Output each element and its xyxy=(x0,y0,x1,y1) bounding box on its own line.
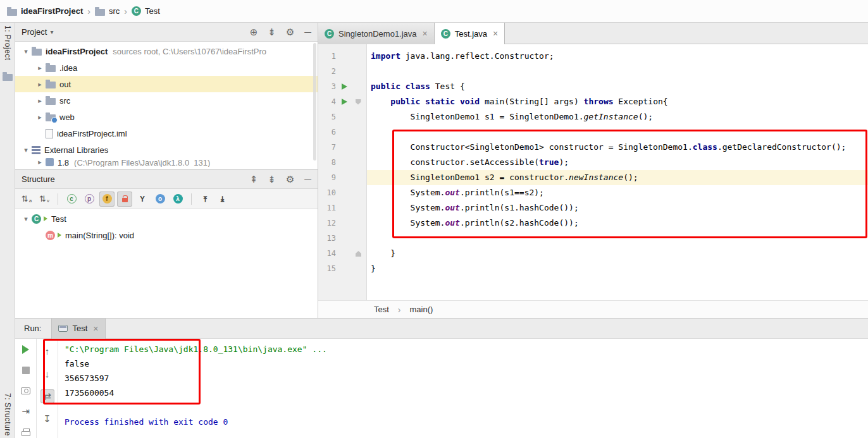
show-classes-button[interactable]: c xyxy=(64,192,79,207)
show-properties-button[interactable]: p xyxy=(82,192,97,207)
project-item-idea[interactable]: ▸.idea xyxy=(15,59,318,76)
breadcrumb-item-test[interactable]: CTest xyxy=(130,5,162,17)
project-tool-icon[interactable] xyxy=(3,74,13,81)
settings-icon[interactable]: ⚙ xyxy=(286,27,294,38)
breadcrumb-label: ideaFirstProject xyxy=(21,6,83,16)
fold-up-icon[interactable] xyxy=(356,251,361,257)
chevron-right-icon[interactable]: ▸ xyxy=(34,158,46,166)
prev-occurrence-button[interactable]: ↑ xyxy=(40,344,54,358)
structure-item-test[interactable]: ▾CTest xyxy=(15,210,318,227)
code-line-2[interactable] xyxy=(367,64,868,79)
show-properties-icon: p xyxy=(85,194,94,204)
run-tab-test[interactable]: Test × xyxy=(51,319,105,339)
hide-icon[interactable]: ─ xyxy=(304,174,311,185)
class-icon: C xyxy=(132,6,141,16)
stripe-project-button[interactable]: 1: Project xyxy=(0,25,15,61)
project-item-external-libraries[interactable]: ▾External Libraries xyxy=(15,142,318,158)
code-line-1[interactable]: import java.lang.reflect.Constructor; xyxy=(367,49,868,64)
run-line-icon[interactable] xyxy=(342,83,347,90)
chevron-down-icon[interactable]: ▾ xyxy=(20,215,32,223)
code-token: public static void xyxy=(390,97,480,106)
run-line-icon[interactable] xyxy=(342,99,347,105)
line-number: 7 xyxy=(318,143,336,152)
code-line-7[interactable]: Constructor<SingletonDemo1> constructor … xyxy=(367,140,868,155)
project-item-ideafirstproject[interactable]: ▾ideaFirstProjectsources root, C:\Users\… xyxy=(15,43,318,59)
chevron-down-icon[interactable]: ▾ xyxy=(20,146,32,154)
thread-dump-button[interactable] xyxy=(19,385,33,397)
sort-alphabetically-button[interactable]: ⇅a xyxy=(19,192,34,207)
show-fields-button[interactable]: f xyxy=(99,192,115,207)
chevron-down-icon[interactable]: ▾ xyxy=(50,28,53,35)
show-lambdas-button[interactable]: λ xyxy=(170,192,185,207)
stopsq-icon xyxy=(22,367,30,374)
console-line-5 xyxy=(65,400,868,415)
stop-button[interactable] xyxy=(19,365,33,377)
open-results-button[interactable]: ⇥ xyxy=(19,406,33,418)
show-non-public-button[interactable] xyxy=(117,192,132,207)
breadcrumb-item-src[interactable]: src xyxy=(93,5,121,17)
structure-item-main-string-void[interactable]: mmain(String[]): void xyxy=(15,227,318,243)
line-number: 9 xyxy=(318,173,336,182)
chevron-down-icon[interactable]: ▾ xyxy=(20,47,32,56)
code-line-4[interactable]: public static void main(String[] args) t… xyxy=(367,94,868,109)
fold-down-icon[interactable] xyxy=(356,99,361,105)
expand-all-icon[interactable]: ⇞ xyxy=(250,174,258,185)
rerun-button[interactable] xyxy=(19,344,33,356)
print-button[interactable] xyxy=(19,426,33,438)
code-line-10[interactable]: System.out.println(s1==s2); xyxy=(367,185,868,200)
group-by-inheritance-button[interactable]: Y xyxy=(135,192,150,207)
chevron-right-icon[interactable]: ▸ xyxy=(34,64,46,72)
code-area[interactable]: import java.lang.reflect.Constructor;pub… xyxy=(367,44,868,300)
code-token: main(String[] args) xyxy=(480,97,583,106)
autoscroll-to-source-button[interactable]: ⇥ xyxy=(197,192,213,207)
code-line-9[interactable]: SingletonDemo1 s2 = constructor.newInsta… xyxy=(367,170,868,185)
sort-by-visibility-button[interactable]: ⇅v xyxy=(37,192,52,207)
hide-icon[interactable]: ─ xyxy=(304,27,311,37)
chevron-right-icon[interactable]: ▸ xyxy=(34,113,46,121)
chevron-right-icon[interactable]: ▸ xyxy=(34,80,46,88)
collapse-all-icon[interactable]: ⇟ xyxy=(268,174,276,185)
code-token: System. xyxy=(371,218,445,228)
close-icon[interactable]: × xyxy=(493,28,498,39)
project-item-1-8[interactable]: ▸1.8(C:\Program Files\Java\jdk1.8.0_131) xyxy=(15,158,318,167)
code-line-15[interactable]: } xyxy=(367,261,868,276)
file-icon xyxy=(46,129,53,138)
toolbar-separator xyxy=(191,193,192,205)
project-tree-scrollbar[interactable] xyxy=(313,43,316,161)
autoscroll-from-source-button[interactable]: ⇥ xyxy=(215,192,230,207)
scroll-to-end-button[interactable]: ↧ xyxy=(40,412,54,426)
soft-wrap-button[interactable]: ⇄ xyxy=(40,389,54,403)
code-line-11[interactable]: System.out.println(s1.hashCode()); xyxy=(367,200,868,216)
code-line-3[interactable]: public class Test { xyxy=(367,79,868,94)
code-line-14[interactable]: } xyxy=(367,246,868,261)
settings-icon[interactable]: ⚙ xyxy=(286,174,294,185)
close-icon[interactable]: × xyxy=(423,28,428,39)
code-line-13[interactable] xyxy=(367,231,868,246)
stripe-structure-button[interactable]: 7: Structure xyxy=(0,393,15,436)
editor-breadcrumb-main[interactable]: main() xyxy=(410,305,433,314)
breadcrumb-item-ideafirstproject[interactable]: ideaFirstProject xyxy=(5,5,85,17)
show-anonymous-classes-icon: o xyxy=(156,194,165,204)
locate-icon[interactable]: ⊕ xyxy=(250,27,258,38)
editor-tab-singletondemo1-java[interactable]: CSingletonDemo1.java× xyxy=(318,23,435,44)
code-line-12[interactable]: System.out.println(s2.hashCode()); xyxy=(367,216,868,231)
project-item-web[interactable]: ▸web xyxy=(15,109,318,125)
chevron-right-icon[interactable]: ▸ xyxy=(34,97,46,105)
run-toolbar-main: ⇥ xyxy=(15,339,37,438)
code-line-6[interactable] xyxy=(367,125,868,140)
tree-item-label: ideaFirstProject xyxy=(46,47,108,56)
editor-tab-test-java[interactable]: CTest.java× xyxy=(435,23,505,44)
show-fields-icon: f xyxy=(102,194,112,204)
code-token: .getDeclaredConstructor(); xyxy=(717,142,846,152)
next-occurrence-button[interactable]: ↓ xyxy=(40,367,54,380)
project-item-out[interactable]: ▸out xyxy=(15,76,318,92)
console-output[interactable]: "C:\Program Files\Java\jdk1.8.0_131\bin\… xyxy=(58,339,868,438)
code-line-5[interactable]: SingletonDemo1 s1 = SingletonDemo1.getIn… xyxy=(367,109,868,125)
code-line-8[interactable]: constructor.setAccessible(true); xyxy=(367,155,868,170)
editor-breadcrumb-test[interactable]: Test xyxy=(374,305,389,314)
show-anonymous-classes-button[interactable]: o xyxy=(152,192,168,207)
collapse-all-icon[interactable]: ⇟ xyxy=(268,27,276,38)
project-item-src[interactable]: ▸src xyxy=(15,92,318,109)
project-item-ideafirstproject-iml[interactable]: ideaFirstProject.iml xyxy=(15,125,318,142)
close-icon[interactable]: × xyxy=(93,324,98,334)
